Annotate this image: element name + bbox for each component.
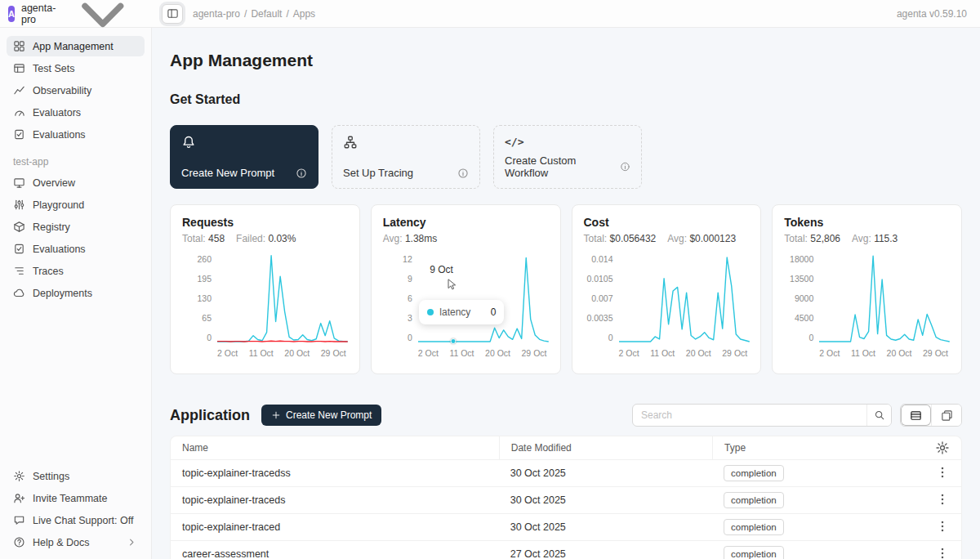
bell-icon bbox=[181, 135, 196, 150]
overview-icon bbox=[13, 177, 25, 189]
sidebar-item-observability[interactable]: Observability bbox=[7, 80, 145, 101]
sidebar-item-label: Overview bbox=[33, 177, 75, 189]
chart-plot[interactable] bbox=[619, 255, 750, 342]
sidebar-item-label: Playground bbox=[33, 199, 84, 211]
sidebar-item-evaluators[interactable]: Evaluators bbox=[7, 102, 145, 123]
y-axis-labels: 260195130650 bbox=[182, 255, 212, 342]
breadcrumb-separator: / bbox=[244, 8, 247, 20]
chart-plot[interactable] bbox=[819, 255, 950, 342]
deployments-icon bbox=[13, 287, 25, 299]
sidebar-item-registry[interactable]: Registry bbox=[7, 217, 145, 237]
workspace-selector[interactable]: A agenta-pro bbox=[0, 0, 152, 54]
sidebar-nav: App ManagementTest SetsObservabilityEval… bbox=[7, 36, 145, 305]
sidebar-item-label: Invite Teammate bbox=[33, 493, 107, 504]
sidebar-item-overview[interactable]: Overview bbox=[7, 172, 145, 193]
table-row[interactable]: topic-explainer-tracedss30 Oct 2025compl… bbox=[171, 460, 961, 487]
metric-stats: Total: 458Failed: 0.03% bbox=[182, 233, 348, 244]
application-title: Application bbox=[170, 407, 250, 424]
gear-icon bbox=[13, 470, 25, 482]
table-view-button[interactable] bbox=[901, 405, 931, 426]
sidebar-item-evaluations[interactable]: Evaluations bbox=[7, 239, 145, 259]
search-button[interactable] bbox=[866, 405, 891, 426]
sidebar-item-deployments[interactable]: Deployments bbox=[7, 283, 145, 303]
breadcrumb-project[interactable]: Default bbox=[251, 8, 282, 20]
row-menu-button[interactable] bbox=[935, 492, 950, 507]
metric-title: Tokens bbox=[784, 216, 950, 229]
code-icon: </> bbox=[505, 135, 519, 150]
metric-stat: Total: 458 bbox=[182, 233, 225, 244]
search-icon bbox=[874, 409, 885, 421]
get-started-card-set-up-tracing[interactable]: Set Up Tracing bbox=[332, 125, 480, 189]
table-row[interactable]: career-assessment27 Oct 2025completion bbox=[171, 541, 961, 559]
chevron-down-icon bbox=[62, 0, 144, 54]
info-icon[interactable] bbox=[296, 168, 307, 179]
chart-plot[interactable] bbox=[217, 255, 348, 342]
page-title: App Management bbox=[170, 51, 962, 70]
app-name: topic-explainer-traced bbox=[171, 521, 499, 533]
y-axis-labels: 0.0140.01050.0070.00350 bbox=[584, 255, 613, 342]
card-view-icon bbox=[941, 409, 953, 422]
observability-icon bbox=[13, 84, 25, 96]
metric-card-cost: CostTotal: $0.056432Avg: $0.0001230.0140… bbox=[572, 204, 762, 374]
sidebar-item-traces[interactable]: Traces bbox=[7, 261, 145, 281]
chevron-right-icon bbox=[126, 536, 138, 548]
get-started-card-create-custom-workflow[interactable]: </>Create Custom Workflow bbox=[493, 125, 642, 189]
application-header: Application Create New Prompt bbox=[170, 404, 962, 427]
sidebar-item-evaluations[interactable]: Evaluations bbox=[7, 124, 145, 145]
type-badge: completion bbox=[724, 546, 784, 559]
sidebar-item-live-chat-support-off[interactable]: Live Chat Support: Off bbox=[7, 510, 145, 530]
get-started-card-create-new-prompt[interactable]: Create New Prompt bbox=[170, 125, 318, 189]
info-icon[interactable] bbox=[620, 161, 630, 172]
applications-table: Name Date Modified Type topic-explainer-… bbox=[170, 436, 962, 559]
sidebar-item-label: Settings bbox=[33, 471, 69, 482]
column-header-name: Name bbox=[171, 436, 499, 459]
create-new-prompt-button[interactable]: Create New Prompt bbox=[261, 405, 381, 426]
sidebar-item-invite-teammate[interactable]: Invite Teammate bbox=[7, 488, 145, 508]
table-row[interactable]: topic-explainer-traceds30 Oct 2025comple… bbox=[171, 487, 961, 514]
chart-plot[interactable]: 9 Octlatency0 bbox=[418, 255, 549, 342]
x-axis-labels: 2 Oct11 Oct20 Oct29 Oct bbox=[217, 348, 346, 358]
plus-icon bbox=[271, 410, 281, 420]
tracing-icon bbox=[343, 135, 358, 150]
registry-icon bbox=[13, 221, 25, 233]
breadcrumb-page[interactable]: Apps bbox=[293, 8, 315, 20]
view-toggle bbox=[900, 404, 962, 427]
sidebar-item-help-docs[interactable]: Help & Docs bbox=[7, 532, 145, 552]
metric-stat: Avg: $0.000123 bbox=[667, 233, 736, 244]
x-axis-labels: 2 Oct11 Oct20 Oct29 Oct bbox=[619, 348, 748, 358]
main-content: App Management Get Started Create New Pr… bbox=[152, 28, 980, 559]
sidebar-item-label: Test Sets bbox=[33, 63, 74, 74]
workspace-avatar: A bbox=[8, 6, 15, 22]
search-input[interactable] bbox=[633, 409, 866, 421]
card-view-button[interactable] bbox=[931, 405, 961, 426]
table-view-icon bbox=[910, 409, 922, 422]
application-controls bbox=[632, 404, 962, 427]
sidebar-item-label: Traces bbox=[33, 266, 64, 277]
row-menu-button[interactable] bbox=[935, 546, 950, 559]
metric-stats: Total: 52,806Avg: 115.3 bbox=[784, 233, 950, 244]
sidebar-item-label: Evaluations bbox=[33, 244, 86, 255]
app-date-modified: 30 Oct 2025 bbox=[499, 467, 712, 479]
testsets-icon bbox=[13, 62, 25, 74]
row-menu-button[interactable] bbox=[935, 519, 950, 534]
evaluators-icon bbox=[13, 106, 25, 119]
row-menu-button[interactable] bbox=[935, 465, 950, 480]
sidebar-item-test-sets[interactable]: Test Sets bbox=[7, 58, 145, 78]
evaluations-icon bbox=[13, 128, 25, 141]
info-icon[interactable] bbox=[457, 168, 469, 179]
metric-stat: Total: 52,806 bbox=[784, 233, 840, 244]
table-row[interactable]: topic-explainer-traced30 Oct 2025complet… bbox=[171, 514, 961, 541]
card-label: Create Custom Workflow bbox=[505, 154, 613, 179]
sidebar-item-label: Observability bbox=[33, 85, 91, 96]
topbar: A agenta-pro agenta-pro/ Default/ Apps a… bbox=[0, 0, 980, 28]
breadcrumb-workspace[interactable]: agenta-pro bbox=[193, 8, 240, 20]
sidebar-item-settings[interactable]: Settings bbox=[7, 466, 145, 486]
sidebar-toggle-button[interactable] bbox=[162, 4, 183, 24]
type-badge: completion bbox=[724, 492, 784, 509]
metric-title: Latency bbox=[383, 216, 549, 229]
type-badge: completion bbox=[724, 519, 784, 536]
table-settings-button[interactable] bbox=[935, 440, 950, 455]
y-axis-labels: 1800013500900045000 bbox=[784, 255, 813, 342]
sidebar-item-label: Help & Docs bbox=[33, 537, 89, 548]
sidebar-item-playground[interactable]: Playground bbox=[7, 195, 145, 215]
